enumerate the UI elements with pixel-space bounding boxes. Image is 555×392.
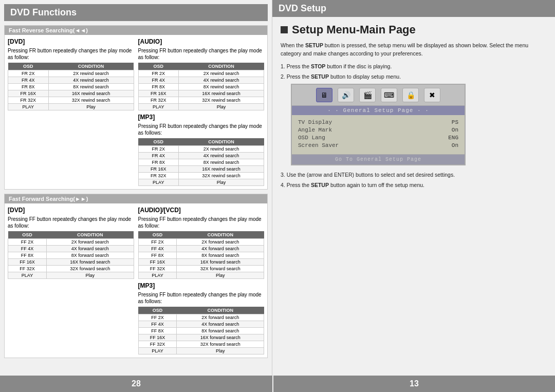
table-cell: FR 8X [8, 84, 49, 90]
fast-reverse-mp3-table: OSD CONDITION FR 2X2X rewind searchFR 4X… [138, 138, 265, 186]
setup-row-angle: Angle Mark On [298, 127, 458, 133]
table-cell: FF 2X [138, 239, 177, 246]
table-row: FR 4X4X rewind search [138, 77, 264, 84]
table-cell: FR 16X [138, 166, 179, 173]
col-osd: OSD [8, 231, 47, 239]
setup-menu-label: · · General Setup Page · · [292, 106, 465, 115]
setup-title: Setup Menu-Main Page [281, 23, 547, 36]
table-cell: FR 4X [8, 77, 49, 84]
right-panel: DVD Setup Setup Menu-Main Page When the … [272, 0, 555, 376]
osd-lang-label: OSD Lang [298, 135, 325, 141]
table-cell: 16X forward search [177, 334, 264, 341]
angle-mark-label: Angle Mark [298, 127, 332, 133]
table-cell: Play [48, 104, 134, 110]
table-cell: FR 4X [138, 153, 179, 159]
fast-forward-dvd-desc: Pressing FF button repeatedly changes th… [8, 216, 134, 229]
fast-forward-mp3-title: [MP3] [138, 282, 265, 289]
table-cell: 4X forward search [177, 246, 264, 252]
col-condition: CONDITION [46, 231, 134, 239]
table-row: FR 2X2X rewind search [138, 70, 264, 77]
table-row: FR 8X8X rewind search [138, 159, 264, 166]
table-cell: FF 16X [138, 259, 177, 266]
table-cell: 4X forward search [46, 246, 134, 252]
table-row: FR 8X8X rewind search [8, 84, 134, 90]
table-cell: 8X forward search [46, 252, 134, 259]
table-row: FF 8X8X forward search [138, 252, 264, 259]
setup-row-osd: OSD Lang ENG [298, 135, 458, 141]
fast-forward-dvd-title: [DVD] [8, 207, 134, 214]
tv-display-value: PS [452, 119, 458, 125]
table-row: FR 32X32X rewind search [138, 173, 264, 179]
menu-icon-settings: ⌨ [381, 88, 397, 102]
table-row: PLAYPlay [138, 272, 264, 279]
table-cell: 32X rewind search [48, 97, 134, 104]
table-cell: FF 4X [138, 246, 177, 252]
fast-forward-section: Fast Forward Searching(►►) [DVD] Pressin… [4, 194, 268, 358]
stop-bold: STOP [311, 63, 325, 69]
table-cell: FF 4X [138, 321, 177, 328]
table-row: PLAYPlay [138, 348, 264, 354]
table-row: FR 4X4X rewind search [8, 77, 134, 84]
table-cell: FF 2X [8, 239, 47, 246]
col-condition: CONDITION [48, 63, 134, 70]
fast-forward-audiovcd-desc: Pressing FF button repeatedly changes th… [138, 216, 265, 229]
table-cell: Play [179, 179, 264, 186]
col-osd: OSD [138, 63, 179, 70]
table-cell: FF 16X [138, 334, 177, 341]
table-cell: FR 8X [138, 159, 179, 166]
table-row: FR 8X8X rewind search [138, 84, 264, 90]
setup-row-tv: TV Display PS [298, 119, 458, 125]
table-row: FF 16X16X forward search [138, 259, 264, 266]
table-cell: FF 32X [138, 341, 177, 348]
left-header: DVD Functions [4, 4, 268, 21]
table-cell: FR 8X [138, 84, 179, 90]
col-osd: OSD [8, 63, 49, 70]
tv-display-label: TV Display [298, 119, 332, 125]
table-cell: FF 4X [8, 246, 47, 252]
table-cell: FR 32X [8, 97, 49, 104]
table-cell: 16X rewind search [179, 90, 264, 97]
fast-reverse-audio-desc: Pressing FR button repeatedly changes th… [138, 47, 265, 61]
table-cell: Play [179, 104, 264, 110]
table-row: FR 2X2X rewind search [8, 70, 134, 77]
table-row: FR 32X32X rewind search [138, 97, 264, 104]
table-row: PLAYPlay [8, 272, 134, 279]
left-panel: DVD Functions Fast Reverse Searching(◄◄)… [0, 0, 272, 376]
table-cell: 32X forward search [177, 341, 264, 348]
table-cell: 4X rewind search [179, 77, 264, 84]
table-row: FR 2X2X rewind search [138, 146, 264, 153]
table-cell: 8X forward search [177, 252, 264, 259]
table-cell: PLAY [8, 272, 47, 279]
page-number-right: 13 [272, 376, 555, 392]
fast-reverse-dvd-title: [DVD] [8, 38, 134, 45]
table-row: FF 32X32X forward search [138, 341, 264, 348]
fast-reverse-mp3-desc: Pressing FR button repeatedly changes th… [138, 123, 265, 136]
screen-saver-value: On [452, 142, 458, 148]
table-row: FF 4X4X forward search [138, 246, 264, 252]
table-cell: Play [177, 348, 264, 354]
table-cell: FF 8X [138, 328, 177, 334]
table-cell: FR 32X [138, 97, 179, 104]
table-cell: FF 8X [138, 252, 177, 259]
table-cell: PLAY [138, 104, 179, 110]
table-row: FF 32X32X forward search [8, 266, 134, 272]
fast-forward-title: Fast Forward Searching(►►) [5, 194, 267, 203]
col-condition: CONDITION [177, 307, 264, 314]
table-row: PLAYPlay [8, 104, 134, 110]
table-cell: 2X forward search [177, 239, 264, 246]
setup-bold-2: SETUP [311, 73, 329, 80]
table-cell: 8X rewind search [48, 84, 134, 90]
table-cell: 32X forward search [177, 266, 264, 272]
col-osd: OSD [138, 138, 179, 146]
fast-reverse-audio-table: OSD CONDITION FR 2X2X rewind searchFR 4X… [138, 63, 265, 110]
step4-text: 4. Press the SETUP button again to turn … [281, 182, 547, 188]
menu-icon-audio: 🔊 [338, 88, 354, 102]
table-cell: 16X rewind search [48, 90, 134, 97]
table-row: FR 16X16X rewind search [138, 166, 264, 173]
fast-reverse-title: Fast Reverse Searching(◄◄) [5, 26, 267, 35]
table-row: FF 4X4X forward search [138, 321, 264, 328]
table-cell: 2X rewind search [179, 146, 264, 153]
table-cell: 16X rewind search [179, 166, 264, 173]
fast-forward-right-col: [AUDIO]/[VCD] Pressing FF button repeate… [138, 207, 265, 354]
screen-saver-label: Screen Saver [298, 142, 339, 148]
